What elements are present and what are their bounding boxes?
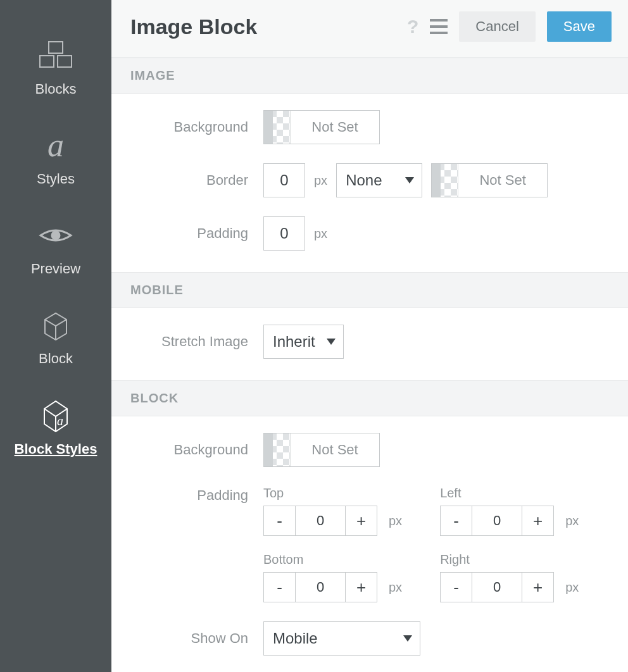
stretch-image-select[interactable]: Inherit <box>263 325 344 359</box>
label-show-on: Show On <box>130 630 263 647</box>
chevron-down-icon <box>405 177 414 184</box>
padding-top-increment[interactable]: + <box>345 506 377 535</box>
border-width-input[interactable] <box>263 163 305 197</box>
padding-bottom-increment[interactable]: + <box>345 573 377 602</box>
label-padding-left: Left <box>440 486 579 501</box>
sidebar-item-label: Preview <box>31 261 80 277</box>
block-background-value: Not Set <box>291 433 379 466</box>
padding-left-input[interactable] <box>472 506 522 535</box>
section-heading-block: BLOCK <box>111 380 628 416</box>
image-background-value: Not Set <box>291 111 379 144</box>
sidebar: Blocks a Styles Preview Block <box>0 0 111 672</box>
padding-right-input[interactable] <box>472 573 522 602</box>
sidebar-item-blocks[interactable]: Blocks <box>0 25 111 115</box>
cancel-button[interactable]: Cancel <box>459 11 535 42</box>
section-heading-mobile: MOBILE <box>111 272 628 308</box>
image-padding-input[interactable] <box>263 216 305 251</box>
sidebar-item-label: Block <box>39 351 73 367</box>
cube-icon <box>39 306 73 344</box>
label-block-padding: Padding <box>130 486 263 504</box>
padding-right-stepper: - + <box>440 572 554 602</box>
label-padding-top: Top <box>263 486 402 501</box>
transparent-swatch-icon <box>264 433 291 466</box>
main-panel: Image Block ? Cancel Save IMAGE Backgrou… <box>111 0 628 672</box>
section-heading-image: IMAGE <box>111 58 628 94</box>
border-style-value: None <box>346 171 382 189</box>
blocks-icon <box>37 37 74 75</box>
label-padding-bottom: Bottom <box>263 552 402 567</box>
transparent-swatch-icon <box>432 164 458 197</box>
label-block-background: Background <box>130 442 263 458</box>
border-color-value: Not Set <box>458 164 547 197</box>
padding-top-unit: px <box>389 514 402 528</box>
padding-bottom-stepper: - + <box>263 572 377 602</box>
show-on-value: Mobile <box>273 630 318 647</box>
label-image-border: Border <box>130 172 263 189</box>
styles-icon: a <box>47 127 64 165</box>
menu-icon[interactable] <box>430 19 448 34</box>
eye-icon <box>38 216 73 254</box>
sidebar-item-label: Styles <box>37 171 75 187</box>
image-padding-unit: px <box>314 227 327 241</box>
svg-rect-2 <box>58 56 72 67</box>
border-width-unit: px <box>314 173 327 188</box>
padding-bottom-input[interactable] <box>296 573 345 602</box>
chevron-down-icon <box>403 635 412 642</box>
sidebar-item-block-styles[interactable]: a Block Styles <box>0 385 111 476</box>
padding-left-stepper: - + <box>440 506 554 536</box>
svg-rect-1 <box>40 56 54 67</box>
sidebar-item-block[interactable]: Block <box>0 295 111 385</box>
label-image-background: Background <box>130 119 263 135</box>
svg-rect-0 <box>49 42 63 53</box>
block-background-picker[interactable]: Not Set <box>263 433 380 467</box>
padding-bottom-decrement[interactable]: - <box>264 573 296 602</box>
padding-left-unit: px <box>565 514 579 528</box>
sidebar-item-preview[interactable]: Preview <box>0 205 111 295</box>
sidebar-item-label: Block Styles <box>15 440 97 458</box>
show-on-select[interactable]: Mobile <box>263 621 420 656</box>
chevron-down-icon <box>327 339 336 345</box>
padding-right-unit: px <box>565 580 579 595</box>
help-icon[interactable]: ? <box>407 16 418 37</box>
border-style-select[interactable]: None <box>336 163 422 197</box>
padding-bottom-unit: px <box>389 580 402 595</box>
padding-left-decrement[interactable]: - <box>441 506 472 535</box>
label-stretch-image: Stretch Image <box>130 333 263 350</box>
label-image-padding: Padding <box>130 225 263 242</box>
padding-right-increment[interactable]: + <box>522 573 553 602</box>
padding-top-stepper: - + <box>263 506 377 536</box>
save-button[interactable]: Save <box>547 11 612 42</box>
padding-right-decrement[interactable]: - <box>441 573 472 602</box>
svg-text:a: a <box>57 414 63 428</box>
svg-point-3 <box>52 232 60 239</box>
padding-top-input[interactable] <box>296 506 345 535</box>
transparent-swatch-icon <box>264 111 291 144</box>
sidebar-item-label: Blocks <box>35 81 77 97</box>
padding-left-increment[interactable]: + <box>522 506 553 535</box>
stretch-image-value: Inherit <box>273 333 315 351</box>
padding-top-decrement[interactable]: - <box>264 506 296 535</box>
panel-header: Image Block ? Cancel Save <box>111 0 628 58</box>
border-color-picker[interactable]: Not Set <box>431 163 548 197</box>
image-background-picker[interactable]: Not Set <box>263 110 380 144</box>
cube-style-icon: a <box>37 396 75 434</box>
sidebar-item-styles[interactable]: a Styles <box>0 115 111 205</box>
label-padding-right: Right <box>440 552 579 567</box>
page-title: Image Block <box>130 15 407 39</box>
